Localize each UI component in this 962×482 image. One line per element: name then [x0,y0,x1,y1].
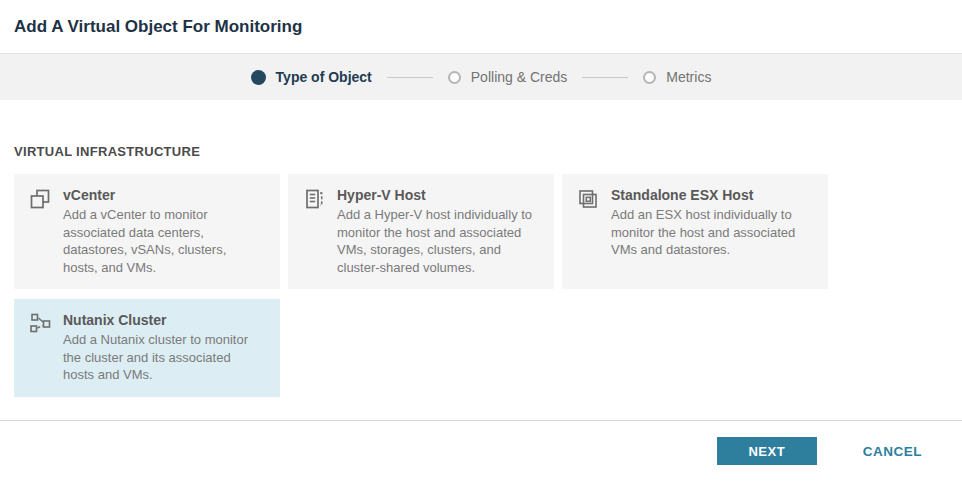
nutanix-cluster-icon [29,313,51,335]
step-polling-and-creds[interactable]: Polling & Creds [448,69,568,85]
card-description: Add an ESX host individually to monitor … [611,206,812,259]
card-body: Nutanix Cluster Add a Nutanix cluster to… [63,312,264,384]
page-title: Add A Virtual Object For Monitoring [14,17,948,37]
step-label: Metrics [666,69,711,85]
card-body: Standalone ESX Host Add an ESX host indi… [611,187,812,276]
footer: NEXT CANCEL [0,420,962,465]
vcenter-overlapping-squares-icon [29,188,51,210]
hyperv-server-icon [303,188,325,210]
card-title: vCenter [63,187,264,203]
step-empty-circle-icon [448,71,461,84]
card-body: vCenter Add a vCenter to monitor associa… [63,187,264,276]
step-empty-circle-icon [643,71,656,84]
step-label: Type of Object [276,69,372,85]
card-title: Standalone ESX Host [611,187,812,203]
card-vcenter[interactable]: vCenter Add a vCenter to monitor associa… [14,174,280,289]
object-type-cards: vCenter Add a vCenter to monitor associa… [14,174,962,397]
step-type-of-object[interactable]: Type of Object [251,69,372,85]
step-connector [387,77,433,78]
cancel-button[interactable]: CANCEL [863,444,922,459]
step-metrics[interactable]: Metrics [643,69,711,85]
card-standalone-esx-host[interactable]: Standalone ESX Host Add an ESX host indi… [562,174,828,289]
card-description: Add a vCenter to monitor associated data… [63,206,264,276]
esx-nested-squares-icon [577,188,599,210]
card-description: Add a Nutanix cluster to monitor the clu… [63,331,264,384]
next-button[interactable]: NEXT [717,437,817,465]
header: Add A Virtual Object For Monitoring [0,0,962,54]
card-title: Hyper-V Host [337,187,538,203]
step-filled-circle-icon [251,70,266,85]
card-hyperv-host[interactable]: Hyper-V Host Add a Hyper-V host individu… [288,174,554,289]
stepper: Type of Object Polling & Creds Metrics [0,54,962,100]
card-title: Nutanix Cluster [63,312,264,328]
section-heading-virtual-infrastructure: VIRTUAL INFRASTRUCTURE [14,144,962,159]
card-description: Add a Hyper-V host individually to monit… [337,206,538,276]
card-body: Hyper-V Host Add a Hyper-V host individu… [337,187,538,276]
card-nutanix-cluster[interactable]: Nutanix Cluster Add a Nutanix cluster to… [14,299,280,397]
step-label: Polling & Creds [471,69,568,85]
step-connector [582,77,628,78]
